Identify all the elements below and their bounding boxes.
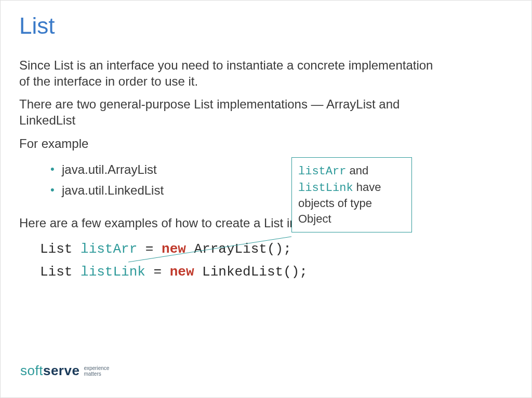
code-keyword: new bbox=[170, 264, 194, 280]
paragraph-for-example: For example bbox=[19, 136, 435, 152]
callout-code-listlink: listLink bbox=[298, 182, 353, 195]
code-line-linkedlist: List listLink = new LinkedList(); bbox=[40, 260, 513, 283]
callout-code-listarr: listArr bbox=[298, 165, 346, 178]
code-var: listArr bbox=[81, 241, 137, 257]
code-keyword: new bbox=[162, 241, 186, 257]
logo-tag-line2: matters bbox=[84, 371, 101, 377]
code-op: = bbox=[145, 241, 154, 257]
callout-box: listArr and listLink have objects of typ… bbox=[291, 157, 412, 232]
logo-wordmark: softserve bbox=[20, 363, 79, 379]
code-line-arraylist: List listArr = new ArrayList(); bbox=[40, 238, 513, 260]
slide: List Since List is an interface you need… bbox=[1, 1, 531, 397]
logo: softserve experience matters bbox=[20, 363, 109, 379]
callout-text: and bbox=[346, 164, 368, 177]
logo-soft: soft bbox=[20, 363, 43, 378]
code-op: = bbox=[153, 264, 162, 280]
logo-serve: serve bbox=[43, 363, 79, 378]
code-type: List bbox=[40, 264, 72, 280]
paragraph-intro: Since List is an interface you need to i… bbox=[19, 58, 435, 89]
bullet-linkedlist: java.util.LinkedList bbox=[50, 180, 513, 201]
code-var: listLink bbox=[81, 264, 145, 280]
code-ctor: ArrayList(); bbox=[194, 241, 291, 257]
bullet-arraylist: java.util.ArrayList bbox=[50, 159, 513, 181]
logo-tagline: experience matters bbox=[84, 365, 109, 377]
paragraph-examples-header: Here are a few examples of how to create… bbox=[19, 216, 513, 230]
bullet-list: java.util.ArrayList java.util.LinkedList bbox=[50, 159, 513, 202]
logo-tag-line1: experience bbox=[84, 365, 109, 371]
code-type: List bbox=[40, 241, 72, 257]
paragraph-implementations: There are two general-purpose List imple… bbox=[19, 97, 435, 128]
slide-title: List bbox=[19, 13, 513, 39]
code-ctor: LinkedList(); bbox=[202, 264, 308, 280]
